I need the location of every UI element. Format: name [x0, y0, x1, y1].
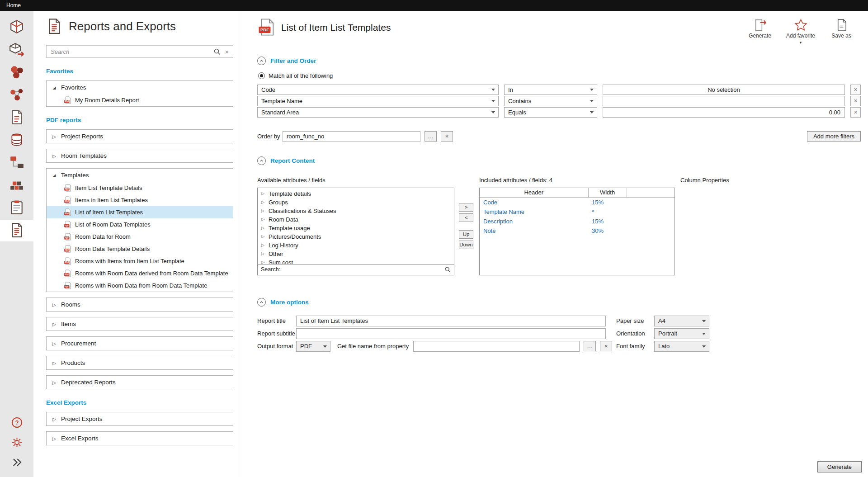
rail-module-database[interactable] — [0, 129, 33, 151]
clear-file-name-button[interactable]: × — [600, 341, 612, 351]
rail-module-box-arrow[interactable] — [0, 39, 33, 61]
file-name-property-input[interactable] — [413, 341, 580, 352]
report-item-list-of-item-list-templates[interactable]: PDFList of Item List Templates — [47, 206, 233, 218]
clear-search-icon[interactable]: × — [225, 48, 229, 55]
order-row: Order by … × Add more filters — [257, 131, 861, 142]
add-more-filters-button[interactable]: Add more filters — [807, 131, 861, 142]
move-left-button[interactable]: < — [459, 213, 473, 222]
expander-header-project-reports[interactable]: ▷Project Reports — [47, 130, 233, 143]
filter-operator-select[interactable]: Contains — [504, 96, 597, 106]
font-family-select[interactable]: Lato — [654, 341, 709, 352]
svg-text:?: ? — [15, 420, 19, 426]
expander-header-items[interactable]: ▷Items — [47, 317, 233, 331]
report-item-items-in-item-list-templates[interactable]: PDFItems in Item List Templates — [47, 194, 233, 206]
page-title: List of Item List Templates — [281, 22, 391, 33]
order-by-browse-button[interactable]: … — [425, 131, 437, 142]
report-item-room-data-template-details[interactable]: PDFRoom Data Template Details — [47, 243, 233, 255]
expander-header-excel-exports[interactable]: ▷Excel Exports — [47, 432, 233, 445]
generate-action[interactable]: Generate — [745, 18, 775, 46]
home-menu[interactable]: Home — [6, 2, 21, 9]
expander-header-room-templates[interactable]: ▷Room Templates — [47, 149, 233, 162]
attribute-category-sum-cost[interactable]: ▷Sum cost — [258, 258, 454, 264]
remove-filter-button[interactable]: × — [850, 107, 861, 118]
report-title-input[interactable] — [296, 316, 606, 326]
report-item-rooms-with-room-data-from-room-data-template[interactable]: PDFRooms with Room Data from Room Data T… — [47, 279, 233, 292]
attribute-category-classifications-statuses[interactable]: ▷Classifications & Statuses — [258, 207, 454, 215]
remove-filter-button[interactable]: × — [850, 85, 861, 95]
clear-order-by-button[interactable]: × — [441, 131, 453, 142]
rail-modules — [0, 11, 33, 242]
filter-value-input[interactable]: No selection — [603, 85, 845, 95]
attribute-search-row[interactable]: Search: — [258, 264, 454, 275]
orientation-select[interactable]: Portrait — [654, 328, 709, 339]
collapse-content-section-button[interactable] — [257, 156, 266, 165]
rail-module-expand-panel[interactable] — [0, 453, 33, 472]
filter-field-select[interactable]: Code — [257, 85, 499, 95]
expander-label: Deprecated Reports — [61, 379, 116, 386]
attribute-category-template-details[interactable]: ▷Template details — [258, 189, 454, 198]
search-icon[interactable] — [213, 48, 221, 55]
included-col-header-width[interactable]: Width — [588, 188, 627, 198]
report-item-item-list-template-details[interactable]: PDFItem List Template Details — [47, 182, 233, 194]
rail-module-clipboard[interactable] — [0, 197, 33, 219]
rail-module-spheres[interactable] — [0, 61, 33, 83]
move-up-button[interactable]: Up — [459, 230, 473, 239]
report-item-my-room-details-report[interactable]: PDFMy Room Details Report — [47, 94, 233, 106]
rail-module-box-3d[interactable] — [0, 16, 33, 38]
filter-field-select[interactable]: Standard Area — [257, 107, 499, 118]
filter-operator-select[interactable]: Equals — [504, 107, 597, 118]
attribute-category-other[interactable]: ▷Other — [258, 250, 454, 258]
filter-value-input[interactable]: 0.00 — [603, 107, 845, 118]
attribute-category-room-data[interactable]: ▷Room Data — [258, 215, 454, 224]
output-format-select[interactable]: PDF — [296, 341, 330, 352]
collapse-options-section-button[interactable] — [257, 298, 266, 307]
filter-field-select[interactable]: Template Name — [257, 96, 499, 106]
report-item-room-data-for-room[interactable]: PDFRoom Data for Room — [47, 231, 233, 243]
generate-button[interactable]: Generate — [817, 461, 862, 472]
collapse-filter-section-button[interactable] — [257, 57, 266, 65]
report-item-rooms-with-room-data-derived-from-room-data-template[interactable]: PDFRooms with Room Data derived from Roo… — [47, 267, 233, 279]
attribute-category-pictures-documents[interactable]: ▷Pictures/Documents — [258, 232, 454, 241]
remove-filter-button[interactable]: × — [850, 96, 861, 106]
report-subtitle-input[interactable] — [296, 328, 606, 339]
attribute-category-log-history[interactable]: ▷Log History — [258, 241, 454, 250]
expander-header-project-exports[interactable]: ▷Project Exports — [47, 412, 233, 425]
report-item-rooms-with-items-from-item-list-template[interactable]: PDFRooms with Items from Item List Templ… — [47, 255, 233, 267]
rail-module-blocks[interactable] — [0, 175, 33, 196]
included-row-note[interactable]: Note30% — [480, 226, 675, 236]
included-row-code[interactable]: Code15% — [480, 198, 675, 207]
included-row-template-name[interactable]: Template Name* — [480, 207, 675, 217]
save-as-action[interactable]: Save as — [826, 18, 856, 46]
rail-module-workflow[interactable] — [0, 152, 33, 174]
expander-header-favorites[interactable]: ◢Favorites — [47, 81, 233, 94]
expander-header-rooms[interactable]: ▷Rooms — [47, 298, 233, 311]
rail-module-report-doc[interactable] — [0, 220, 33, 241]
paper-size-select[interactable]: A4 — [654, 316, 709, 326]
rail-module-help[interactable]: ? — [0, 414, 33, 433]
expand-triangle-icon: ▷ — [261, 200, 265, 204]
rail-module-molecule[interactable] — [0, 84, 33, 106]
expander-header-procurement[interactable]: ▷Procurement — [47, 337, 233, 350]
add-favorite-action[interactable]: Add favorite ▾ — [786, 18, 816, 46]
expander-header-templates[interactable]: ◢Templates — [47, 169, 233, 182]
attribute-category-groups[interactable]: ▷Groups — [258, 198, 454, 207]
rail-module-document[interactable] — [0, 107, 33, 128]
included-col-header-header[interactable]: Header — [480, 188, 588, 198]
filter-value-input[interactable] — [603, 96, 845, 106]
expander-header-deprecated-reports[interactable]: ▷Deprecated Reports — [47, 376, 233, 389]
attribute-category-template-usage[interactable]: ▷Template usage — [258, 224, 454, 232]
order-by-input[interactable] — [283, 131, 420, 142]
filter-operator-select[interactable]: In — [504, 85, 597, 95]
included-row-description[interactable]: Description15% — [480, 217, 675, 226]
expander-header-products[interactable]: ▷Products — [47, 356, 233, 369]
report-item-list-of-room-data-templates[interactable]: PDFList of Room Data Templates — [47, 218, 233, 231]
included-attributes-table: HeaderWidth Code15%Template Name*Descrip… — [479, 188, 675, 275]
match-all-radio[interactable] — [258, 72, 265, 79]
expand-triangle-icon: ▷ — [261, 208, 265, 213]
move-down-button[interactable]: Down — [459, 241, 473, 249]
included-header-cell: Description — [480, 217, 588, 226]
file-name-browse-button[interactable]: … — [584, 341, 596, 351]
move-right-button[interactable]: > — [459, 203, 473, 212]
rail-module-settings[interactable] — [0, 434, 33, 453]
search-input[interactable] — [51, 48, 209, 55]
